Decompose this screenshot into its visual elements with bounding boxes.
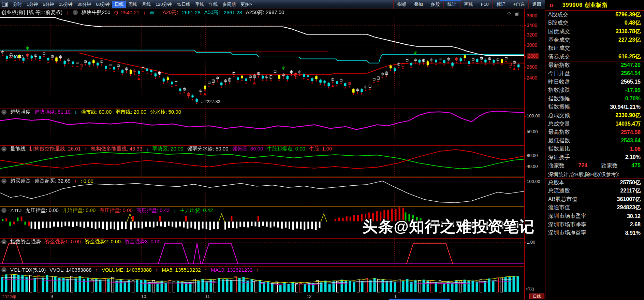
- data-row: 流通市值294823亿: [545, 204, 644, 212]
- axis-label: 3600: [527, 13, 537, 18]
- header-stat: ZJTJ: [10, 208, 21, 213]
- data-row: 最新指数2547.20: [545, 61, 644, 70]
- period-tab-120分钟[interactable]: 120分钟: [153, 1, 174, 8]
- period-tab-30分钟[interactable]: 30分钟: [75, 1, 93, 8]
- toolbar-button-+自选[interactable]: +自选: [509, 0, 528, 9]
- header-stat: MA5: 135519232: [162, 267, 201, 273]
- period-tab-45日线[interactable]: 45日线: [174, 1, 193, 8]
- toolbar-right-buttons: 指标叠加多股统计画线F10标记+自选返回: [393, 0, 545, 9]
- header-stat: 开始控盘: 0.00: [62, 207, 96, 214]
- header-stat: 强势区: 80.00: [232, 146, 263, 152]
- period-tab-日线[interactable]: 日线: [112, 1, 126, 8]
- axis-tick: [525, 67, 526, 68]
- period-tab-60分钟[interactable]: 60分钟: [93, 1, 112, 8]
- period-tab-年线[interactable]: 年线: [206, 1, 220, 8]
- collapse-chevron-icon[interactable]: ⌄: [1, 110, 6, 115]
- header-stat: 创业板指(日线 等比前复权): [1, 9, 62, 16]
- data-row: 总流通股22117亿: [545, 187, 644, 195]
- header-stat: : 0.00: [80, 178, 93, 184]
- data-row: 指数量比1.06: [545, 145, 644, 154]
- header-stat: 趋势强度: [10, 109, 31, 115]
- data-row: A股成交5796.39亿: [545, 11, 644, 19]
- panel-header-p6: ⌄指数资金强势资金强势1: 0.00资金强势2: 0.00资金强势3: 0.00: [1, 239, 161, 245]
- data-row: 最低指数2543.64: [545, 137, 644, 145]
- header-stat: 牛股: 1.00: [309, 146, 332, 152]
- high-price-annotation: 2393.43: [9, 55, 24, 59]
- horizontal-scrollbar[interactable]: [389, 299, 450, 300]
- collapse-chevron-icon[interactable]: ⌄: [1, 178, 6, 184]
- period-tab-月线[interactable]: 月线: [140, 1, 153, 8]
- axis-label: 100.00: [527, 179, 540, 184]
- axis-label: 3200: [527, 32, 537, 38]
- header-stat: ↓: [146, 146, 149, 152]
- toolbar-button-返回[interactable]: 返回: [528, 0, 545, 9]
- current-period-box[interactable]: 日线: [529, 294, 544, 299]
- header-stat: ↑: [96, 267, 98, 273]
- toolbar-button-统计[interactable]: 统计: [443, 0, 460, 9]
- axis-tick: [525, 25, 526, 26]
- axis-label: 1.00: [527, 240, 535, 245]
- data-row: 深圳市场净益率8.91%: [545, 229, 644, 237]
- period-tab-多周期[interactable]: 多周期: [220, 1, 238, 8]
- header-stat: ↑: [205, 267, 207, 273]
- period-tab-更多>[interactable]: 更多>: [238, 1, 254, 8]
- collapse-chevron-icon[interactable]: ⌄: [73, 10, 78, 15]
- data-row: 总成交额2330.90亿: [545, 111, 644, 120]
- period-tab-5分钟[interactable]: 5分钟: [40, 1, 56, 8]
- data-row: B股成交0.48亿: [545, 19, 644, 28]
- data-row: 涨家数724跌家数475: [545, 162, 644, 170]
- panel-header-p5: ⌄ZJTJ无庄控盘: 0.00开始控盘: 0.00有庄控盘: 0.00高度控盘:…: [1, 207, 219, 214]
- price-axis: 3600340032003000280026002400100.0050.008…: [524, 9, 545, 300]
- data-row: 总股本25750亿: [545, 178, 644, 187]
- collapse-chevron-icon[interactable]: ⌄: [1, 208, 6, 213]
- toolbar-button-指标[interactable]: 指标: [393, 0, 410, 9]
- collapse-chevron-icon[interactable]: ⌄: [1, 267, 6, 272]
- watermark: 头条@知行之难投资笔记: [362, 216, 535, 237]
- data-row: 指数涨幅-0.70%: [545, 95, 644, 103]
- toolbar-button-画线[interactable]: 画线: [460, 0, 477, 9]
- header-stat: VOL-TDX(5,10): [10, 267, 46, 273]
- window-icon[interactable]: [2, 2, 8, 7]
- header-stat: A250高: 2987.50: [246, 9, 284, 16]
- header-stat: 量能线: [10, 146, 26, 152]
- axis-tick: [525, 16, 526, 16]
- header-stat: W: -: [149, 10, 159, 15]
- axis-label: 3400: [527, 23, 537, 28]
- chart-corner-icons: ◇ ▣: [507, 11, 519, 16]
- data-row: 昨日收盘2565.15: [545, 78, 644, 86]
- axis-label: 2800: [527, 53, 539, 59]
- header-stat: VVOL: 140353888: [49, 267, 91, 273]
- low-price-annotation: ←2227.83: [200, 99, 220, 104]
- header-stat: ↓: [74, 109, 77, 115]
- period-tab-周线[interactable]: 周线: [126, 1, 140, 8]
- header-stat: ↓: [217, 208, 219, 213]
- panel-header-p2: ⌄趋势强度趋势强度: 81.10↓强市线: 80.00弱市线: 20.00分水岭…: [1, 109, 181, 115]
- period-tab-分时[interactable]: 分时: [11, 1, 24, 8]
- header-stat: 2661.28: [224, 10, 242, 15]
- market-data-panel: A股成交5796.39亿B股成交0.48亿国债成交2116.78亿基金成交227…: [545, 10, 644, 300]
- panel-header-p4: ⌄超买超跌超跌超买: 32.69↑: 0.00: [1, 178, 93, 184]
- chart-area[interactable]: [0, 9, 524, 300]
- stock-code-name[interactable]: 399006 创业板指: [562, 2, 608, 9]
- header-stat: ↑: [156, 267, 158, 273]
- data-row: 指数振幅30.94/1.21%: [545, 103, 644, 112]
- toolbar-button-叠加[interactable]: 叠加: [410, 0, 427, 9]
- collapse-chevron-icon[interactable]: ⌄: [1, 146, 6, 152]
- toolbar-button-多股[interactable]: 多股: [427, 0, 443, 9]
- title-bar-accent: [440, 0, 461, 1]
- period-tab-季线[interactable]: 季线: [193, 1, 206, 8]
- period-tab-15分钟[interactable]: 15分钟: [56, 1, 75, 8]
- data-row: AB股总市值361007亿: [545, 195, 644, 204]
- period-tabs: 分时1分钟5分钟15分钟30分钟60分钟日线周线月线120分钟45日线季线年线多…: [11, 1, 254, 8]
- panel-toggle-icon[interactable]: ▣: [514, 11, 519, 16]
- data-row: 最高指数2574.58: [545, 128, 644, 137]
- stock-header: G 399006 创业板指: [545, 0, 644, 10]
- header-stat: 超跌超买: 32.69: [34, 178, 71, 184]
- toolbar-button-标记[interactable]: 标记: [492, 0, 509, 9]
- month-label: 1: [394, 294, 397, 299]
- period-tab-1分钟[interactable]: 1分钟: [24, 1, 40, 8]
- header-stat: ↑: [85, 146, 87, 152]
- toolbar-button-F10[interactable]: F10: [477, 0, 492, 9]
- diamond-icon[interactable]: ◇: [507, 11, 511, 16]
- collapse-chevron-icon[interactable]: ⌄: [1, 239, 6, 244]
